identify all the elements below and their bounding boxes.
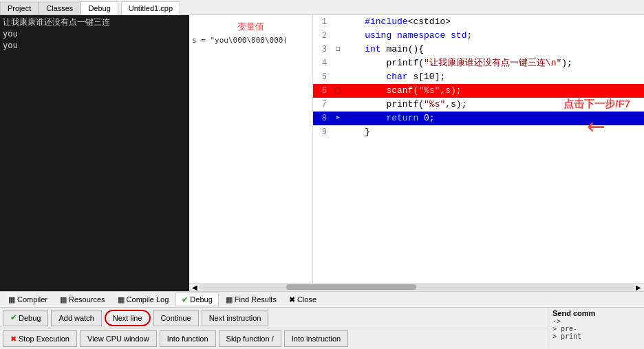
- line-num-3: 3: [313, 43, 332, 56]
- stop-icon: ✖: [10, 335, 17, 343]
- compiler-tab-label: Compiler: [17, 295, 47, 304]
- code-line-1: 1 #include<cstdio>: [313, 15, 644, 29]
- line-code-5: char s[10];: [343, 70, 641, 84]
- var-item-0: s = "you\000\000\000(: [192, 36, 310, 45]
- code-line-7: 7 printf("%s",s);: [313, 98, 644, 112]
- bottom-tab-debug[interactable]: ✔ Debug: [175, 293, 218, 306]
- tab-classes[interactable]: Classes: [39, 1, 80, 14]
- next-instruction-label: Next instruction: [209, 314, 261, 322]
- debug-row-1: ✔ Debug Add watch Next line Continue Nex…: [0, 308, 548, 328]
- debug-buttons-main: ✔ Debug Add watch Next line Continue Nex…: [0, 308, 548, 349]
- code-editor: 1 #include<cstdio> 2 using namespace std…: [313, 15, 644, 283]
- line-code-8: return 0;: [343, 112, 641, 125]
- debug-row-2: ✖ Stop Execution View CPU window Into fu…: [0, 328, 548, 349]
- debug-tab-icon: ✔: [182, 295, 188, 304]
- compilelog-icon: ▦: [118, 295, 125, 304]
- left-console-panel: 让我康康谁还没有点一键三连 you you: [0, 15, 189, 291]
- send-command-line-1: > pre-: [552, 325, 640, 332]
- line-num-9: 9: [313, 125, 332, 139]
- stop-execution-button[interactable]: ✖ Stop Execution: [3, 330, 77, 347]
- debug-btn-label: Debug: [19, 314, 41, 322]
- resources-tab-label: Resources: [69, 295, 105, 304]
- code-area-wrapper: 变量值 s = "you\000\000\000( 1 #include<cst…: [189, 15, 644, 283]
- debug-button[interactable]: ✔ Debug: [3, 310, 48, 326]
- view-cpu-button[interactable]: View CPU window: [80, 330, 157, 347]
- bottom-tab-findresults[interactable]: ▦ Find Results: [220, 293, 282, 306]
- compilelog-tab-label: Compile Log: [127, 295, 169, 304]
- view-cpu-label: View CPU window: [87, 335, 149, 343]
- resources-icon: ▦: [60, 295, 67, 304]
- bottom-section: ▦ Compiler ▦ Resources ▦ Compile Log ✔ D…: [0, 291, 644, 349]
- bottom-tab-close[interactable]: ✖ Close: [283, 293, 322, 306]
- line-num-6: 6: [313, 84, 332, 98]
- findresults-tab-label: Find Results: [235, 295, 277, 304]
- variable-panel: 变量值 s = "you\000\000\000(: [189, 15, 313, 283]
- close-icon: ✖: [289, 295, 295, 304]
- into-instruction-label: Into instruction: [292, 335, 341, 343]
- add-watch-button[interactable]: Add watch: [51, 310, 101, 326]
- code-line-4: 4 printf("让我康康谁还没有点一键三连\n");: [313, 56, 644, 70]
- into-instruction-button[interactable]: Into instruction: [284, 330, 349, 347]
- stop-execution-label: Stop Execution: [19, 335, 69, 343]
- top-tab-bar: Project Classes Debug Untitled1.cpp: [0, 0, 644, 15]
- next-line-button[interactable]: Next line: [105, 310, 151, 326]
- debug-btn-icon: ✔: [10, 313, 17, 322]
- bottom-tab-compilelog[interactable]: ▦ Compile Log: [112, 293, 175, 306]
- send-command-label: Send comm: [552, 309, 640, 317]
- skip-function-button[interactable]: Skip function /: [219, 330, 281, 347]
- next-line-label: Next line: [113, 314, 142, 322]
- app-container: Project Classes Debug Untitled1.cpp 让我康康…: [0, 0, 644, 349]
- bottom-tab-bar: ▦ Compiler ▦ Resources ▦ Compile Log ✔ D…: [0, 291, 644, 308]
- line-code-6: scanf("%s",s);: [343, 84, 641, 98]
- skip-function-label: Skip function /: [226, 335, 274, 343]
- line-marker-8: ➤: [332, 112, 343, 125]
- send-command-line-2: > print: [552, 332, 640, 340]
- findresults-icon: ▦: [226, 295, 233, 304]
- add-watch-label: Add watch: [58, 314, 94, 322]
- code-line-6: 6 scanf("%s",s);: [313, 84, 644, 98]
- console-line-1: 让我康康谁还没有点一键三连: [3, 17, 186, 28]
- send-command-line-0: ->: [552, 317, 640, 325]
- into-function-button[interactable]: Into function: [160, 330, 216, 347]
- into-function-label: Into function: [167, 335, 208, 343]
- debug-tab-label: Debug: [190, 295, 212, 304]
- debug-buttons-wrapper: ✔ Debug Add watch Next line Continue Nex…: [0, 308, 644, 349]
- compiler-icon: ▦: [8, 295, 15, 304]
- line-code-1: #include<cstdio>: [343, 15, 641, 29]
- scroll-right-btn[interactable]: ▶: [634, 284, 643, 291]
- console-output: 让我康康谁还没有点一键三连 you you: [0, 15, 189, 291]
- tab-file[interactable]: Untitled1.cpp: [121, 1, 180, 15]
- bottom-tab-resources[interactable]: ▦ Resources: [54, 293, 111, 306]
- line-num-7: 7: [313, 98, 332, 112]
- scroll-thumb[interactable]: [286, 284, 417, 290]
- line-num-1: 1: [313, 15, 332, 29]
- line-marker-3: □: [332, 43, 343, 56]
- right-panel: 变量值 s = "you\000\000\000( 1 #include<cst…: [189, 15, 644, 291]
- line-num-8: 8: [313, 112, 332, 125]
- console-line-3: you: [3, 40, 186, 52]
- code-line-5: 5 char s[10];: [313, 70, 644, 84]
- main-area: 让我康康谁还没有点一键三连 you you 变量值 s = "you\000\0…: [0, 15, 644, 291]
- continue-label: Continue: [161, 314, 191, 322]
- next-instruction-button[interactable]: Next instruction: [202, 310, 269, 326]
- horizontal-scrollbar[interactable]: ◀ ▶: [189, 283, 644, 291]
- line-code-4: printf("让我康康谁还没有点一键三连\n");: [343, 56, 641, 70]
- send-command-panel: Send comm -> > pre- > print: [548, 308, 644, 349]
- tab-debug[interactable]: Debug: [80, 1, 118, 15]
- code-line-9: 9 }: [313, 125, 644, 139]
- code-line-8: 8 ➤ return 0;: [313, 112, 644, 125]
- continue-button[interactable]: Continue: [153, 310, 199, 326]
- line-code-9: }: [343, 125, 641, 139]
- scroll-left-btn[interactable]: ◀: [191, 284, 199, 291]
- line-num-4: 4: [313, 56, 332, 70]
- code-line-3: 3 □ int main(){: [313, 43, 644, 56]
- tab-project[interactable]: Project: [0, 1, 39, 14]
- line-marker-6: [332, 87, 343, 94]
- line-code-7: printf("%s",s);: [343, 98, 641, 112]
- line-code-2: using namespace std;: [343, 29, 641, 43]
- line-code-3: int main(){: [343, 43, 641, 56]
- bottom-tab-compiler[interactable]: ▦ Compiler: [3, 293, 53, 306]
- code-line-2: 2 using namespace std;: [313, 29, 644, 43]
- scroll-track[interactable]: [199, 284, 634, 290]
- var-panel-label: 变量值: [192, 18, 310, 36]
